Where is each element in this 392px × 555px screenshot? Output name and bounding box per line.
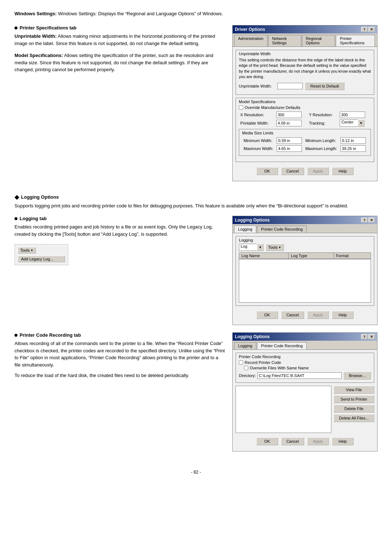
legacy-box: Tools ▼ Add Legacy Log... — [15, 244, 68, 265]
logging-tabs: Logging Printer Code Recording — [233, 224, 377, 233]
model-specs-table: X Resolution: Y Resolution: Printable Wi… — [239, 111, 371, 127]
pcr-row: Printer Code Recording tab Allows record… — [15, 332, 377, 451]
page-number: - 82 - — [191, 470, 201, 475]
unprintable-width-form-label: Unprintable Width: — [239, 84, 275, 88]
log-name-col: Log Name — [239, 253, 289, 259]
pcr-help-btn[interactable]: Help — [332, 437, 354, 445]
tab-printer-code-rec[interactable]: Printer Code Recording — [257, 342, 307, 349]
printer-specs-header: Printer Specifications tab — [15, 25, 225, 31]
top-line: Windows Settings: Windows Settings: Disp… — [15, 11, 377, 16]
bullet-dot-icon-3 — [15, 334, 17, 337]
tab-logging[interactable]: Logging — [234, 226, 256, 233]
driver-options-title: Driver Options — [235, 27, 265, 32]
tracking-dropdown[interactable]: Center ▼ — [340, 119, 369, 127]
driver-ok-btn[interactable]: OK — [256, 167, 278, 175]
titlebar-buttons: ? ✕ — [361, 27, 375, 32]
logging-group: Logging Log ▼ Tools ▼ — [236, 236, 374, 306]
media-size-table: Minimum Width: Minimum Length: Maximum W… — [242, 137, 368, 153]
min-width-label: Minimum Width: — [242, 137, 275, 145]
windows-settings-desc: Windows Settings: Displays the “Regional… — [58, 11, 223, 16]
reset-to-default-btn[interactable]: Reset to Default — [305, 82, 344, 90]
delete-all-btn[interactable]: Delete All Files... — [334, 414, 374, 422]
tools-btn-label: Tools — [268, 245, 278, 250]
log-type-col: Log Type — [289, 253, 334, 259]
logging-apply-btn[interactable]: Apply — [307, 311, 329, 319]
max-width-input[interactable] — [277, 145, 302, 152]
dir-input[interactable] — [257, 372, 342, 379]
delete-file-btn[interactable]: Delete File — [334, 405, 374, 413]
overwrite-checkbox-label: Overwrite Files With Same Name — [250, 366, 309, 370]
unprintable-width-label: Unprintable Width: — [15, 33, 57, 39]
logging-group-title: Logging — [239, 238, 371, 242]
logging-ok-btn[interactable]: OK — [256, 311, 278, 319]
unprintable-desc: This setting controls the distance from … — [239, 57, 371, 80]
logging-cancel-btn[interactable]: Cancel — [281, 311, 304, 319]
pcr-header: Printer Code Recording tab — [15, 332, 225, 338]
min-width-input[interactable] — [277, 137, 302, 144]
tools-btn[interactable]: Tools ▼ — [266, 244, 284, 251]
help-titlebar-btn[interactable]: ? — [361, 27, 368, 32]
record-checkbox-label: Record Printer Code — [245, 360, 281, 365]
max-length-label: Maximum Length: — [304, 145, 339, 153]
page-footer: - 82 - — [15, 470, 377, 475]
bullet-dot-icon — [15, 27, 17, 29]
pcr-group: Printer Code Recording Record Printer Co… — [236, 353, 374, 383]
send-to-printer-btn[interactable]: Send to Printer — [334, 395, 374, 403]
logging-close-btn[interactable]: ✕ — [368, 218, 375, 223]
tracking-arrow[interactable]: ▼ — [358, 119, 364, 127]
view-file-btn[interactable]: View File — [334, 386, 374, 394]
tab-printer-code-recording[interactable]: Printer Code Recording — [257, 226, 307, 233]
y-res-input[interactable] — [340, 112, 365, 118]
tab-network-settings[interactable]: Network Settings — [268, 35, 301, 46]
min-length-input[interactable] — [340, 137, 366, 144]
max-width-label: Maximum Width: — [242, 145, 275, 153]
driver-cancel-btn[interactable]: Cancel — [281, 167, 304, 175]
override-checkbox-row: Override Manufacturer Defaults — [239, 105, 371, 110]
driver-options-box: Driver Options ? ✕ Administration Networ… — [232, 25, 377, 181]
tab-logging-pcr[interactable]: Logging — [234, 342, 256, 349]
add-legacy-log-btn[interactable]: Add Legacy Log... — [18, 256, 65, 262]
media-size-title: Media Size Limits — [242, 131, 368, 135]
x-res-input[interactable] — [276, 112, 302, 118]
override-checkbox[interactable] — [239, 105, 243, 110]
logging-tab-title: Logging tab — [20, 216, 46, 221]
tools-arrow-icon: ▼ — [30, 249, 33, 252]
logging-titlebar: Logging Options ? ✕ — [233, 216, 377, 224]
unprintable-width-input[interactable] — [277, 83, 303, 89]
max-length-input[interactable] — [340, 145, 366, 152]
pcr-body: Printer Code Recording Record Printer Co… — [233, 350, 377, 451]
y-res-label: Y Resolution: — [307, 111, 338, 119]
pcr-dialog: Logging Options ? ✕ Logging Printer Code… — [232, 332, 377, 451]
driver-apply-btn[interactable]: Apply — [307, 167, 329, 175]
logging-btn-bar: OK Cancel Apply Help — [236, 309, 374, 322]
pcr-apply-btn[interactable]: Apply — [307, 437, 329, 445]
tools-label: Tools — [20, 248, 30, 252]
pcr-cancel-btn[interactable]: Cancel — [281, 437, 304, 445]
overwrite-checkbox[interactable] — [244, 366, 248, 370]
printable-width-input[interactable] — [276, 120, 302, 126]
file-list-area — [236, 386, 331, 433]
tab-administration[interactable]: Administration — [234, 35, 268, 46]
tab-regional-options[interactable]: Regional Options — [302, 35, 335, 46]
tools-dropdown-btn[interactable]: Tools ▼ — [18, 247, 36, 254]
pcr-help-titlebar-btn[interactable]: ? — [361, 334, 368, 339]
model-specs-group-title: Model Specifications — [239, 100, 371, 104]
logging-body: Logging Log ▼ Tools ▼ — [233, 233, 377, 325]
driver-help-btn[interactable]: Help — [332, 167, 354, 175]
logging-help-btn[interactable]: ? — [361, 218, 368, 223]
browse-btn[interactable]: Browse... — [343, 372, 371, 380]
min-length-label: Minimum Length: — [304, 137, 339, 145]
log-dropdown[interactable]: Log ▼ — [239, 244, 264, 251]
logging-tab-header: Logging tab — [15, 216, 225, 221]
logging-help-btn2[interactable]: Help — [332, 311, 354, 319]
logging-title: Logging Options — [235, 218, 270, 223]
record-printer-code-checkbox[interactable] — [239, 360, 243, 365]
close-titlebar-btn[interactable]: ✕ — [368, 27, 375, 32]
dir-label: Directory: — [239, 373, 256, 378]
log-arrow-icon[interactable]: ▼ — [257, 244, 264, 251]
pcr-dialog-box: Logging Options ? ✕ Logging Printer Code… — [232, 332, 377, 451]
file-panel: View File Send to Printer Delete File De… — [236, 386, 374, 433]
tab-printer-specifications[interactable]: Printer Specifications — [336, 35, 375, 46]
pcr-ok-btn[interactable]: OK — [256, 437, 278, 445]
pcr-close-btn[interactable]: ✕ — [368, 334, 375, 339]
